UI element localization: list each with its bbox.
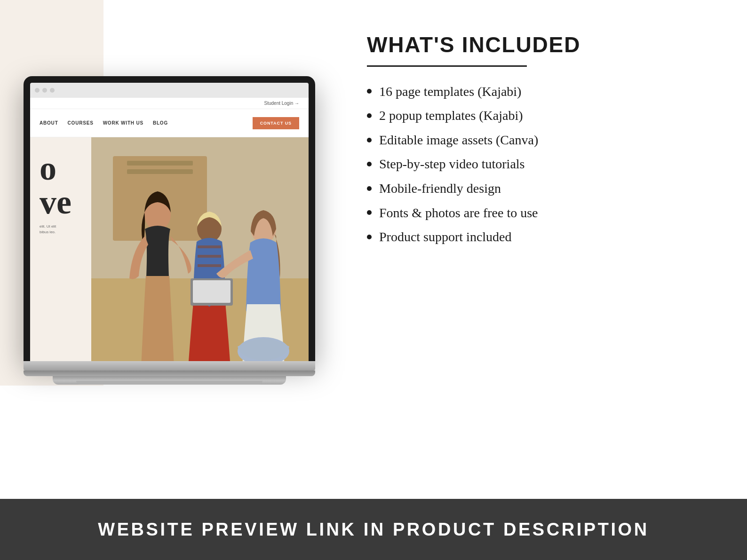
svg-rect-5 (127, 169, 193, 174)
feature-text-4: Step-by-step video tutorials (379, 156, 525, 172)
bottom-banner: WEBSITE PREVIEW LINK IN PRODUCT DESCRIPT… (0, 499, 747, 560)
contact-us-button[interactable]: CONTACT US (253, 117, 299, 129)
hero-text-column: o ve elit. Ut elitbibus leo. (30, 137, 91, 361)
title-underline (367, 65, 527, 67)
feature-item-2: 2 popup templates (Kajabi) (367, 108, 709, 124)
browser-dot-3 (50, 88, 55, 93)
svg-rect-4 (127, 161, 193, 166)
feature-text-6: Fonts & photos are free to use (379, 205, 538, 221)
whats-included-title: WHAT'S INCLUDED (367, 33, 709, 57)
hero-letter-o: o (40, 151, 87, 185)
student-login-link[interactable]: Student Login → (264, 101, 300, 106)
nav-courses[interactable]: COURSES (68, 120, 94, 126)
nav-blog[interactable]: BLOG (153, 120, 168, 126)
feature-item-7: Product support included (367, 229, 709, 245)
bullet-4 (367, 162, 372, 166)
site-nav: ABOUT COURSES WORK WITH US BLOG CONTACT … (30, 109, 309, 137)
hero-photo (91, 137, 309, 361)
laptop-mockup: Student Login → ABOUT COURSES WORK WITH … (24, 76, 315, 385)
feature-item-3: Editable image assets (Canva) (367, 132, 709, 148)
laptop-base (24, 361, 315, 371)
svg-rect-12 (193, 280, 230, 303)
svg-rect-9 (198, 255, 221, 258)
bullet-1 (367, 89, 372, 94)
browser-dot-1 (35, 88, 40, 93)
hero-body-text: elit. Ut elitbibus leo. (40, 224, 87, 235)
feature-text-3: Editable image assets (Canva) (379, 132, 538, 148)
bullet-7 (367, 235, 372, 239)
website-content: Student Login → ABOUT COURSES WORK WITH … (30, 98, 309, 361)
main-content: Student Login → ABOUT COURSES WORK WITH … (0, 0, 747, 447)
feature-text-7: Product support included (379, 229, 512, 245)
feature-text-5: Mobile-friendly design (379, 181, 501, 197)
laptop-foot (53, 376, 286, 385)
svg-rect-10 (198, 264, 221, 267)
browser-dot-2 (42, 88, 47, 93)
feature-item-6: Fonts & photos are free to use (367, 205, 709, 221)
bullet-6 (367, 210, 372, 215)
bullet-2 (367, 113, 372, 118)
features-list: 16 page templates (Kajabi) 2 popup templ… (367, 84, 709, 245)
feature-item-4: Step-by-step video tutorials (367, 156, 709, 172)
hero-letter-ve: ve (40, 185, 87, 219)
feature-item-1: 16 page templates (Kajabi) (367, 84, 709, 100)
laptop-hinge (24, 371, 315, 376)
bullet-3 (367, 138, 372, 142)
nav-about[interactable]: ABOUT (40, 120, 58, 126)
svg-rect-8 (198, 245, 221, 248)
site-hero: o ve elit. Ut elitbibus leo. (30, 137, 309, 361)
feature-item-5: Mobile-friendly design (367, 181, 709, 197)
feature-text-1: 16 page templates (Kajabi) (379, 84, 521, 100)
site-nav-top: Student Login → (30, 98, 309, 109)
hero-image-column (91, 137, 309, 361)
nav-work-with-us[interactable]: WORK WITH US (103, 120, 143, 126)
nav-links: ABOUT COURSES WORK WITH US BLOG (40, 120, 168, 126)
laptop-screen-bezel: Student Login → ABOUT COURSES WORK WITH … (24, 76, 315, 361)
right-panel: WHAT'S INCLUDED 16 page templates (Kajab… (329, 0, 747, 447)
banner-text: WEBSITE PREVIEW LINK IN PRODUCT DESCRIPT… (98, 520, 649, 540)
feature-text-2: 2 popup templates (Kajabi) (379, 108, 523, 124)
bullet-5 (367, 186, 372, 191)
browser-chrome (30, 83, 309, 98)
left-panel: Student Login → ABOUT COURSES WORK WITH … (0, 0, 329, 447)
